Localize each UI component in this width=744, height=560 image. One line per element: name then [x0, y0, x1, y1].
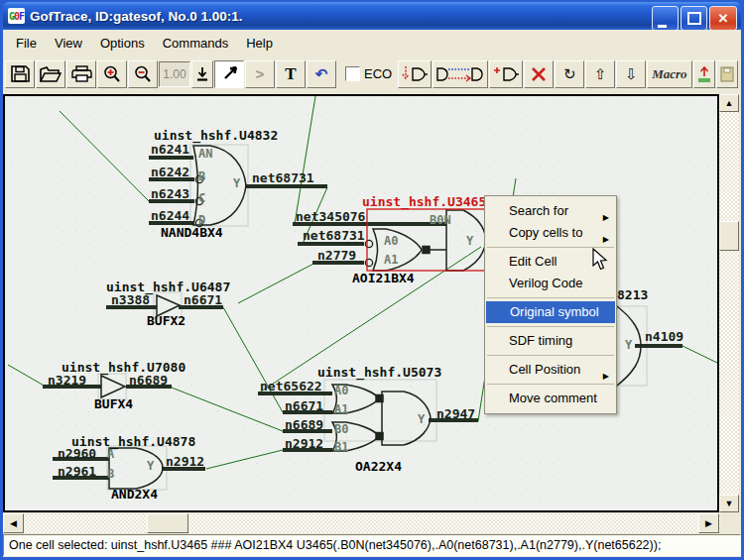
submenu-arrow-icon: ▶	[603, 366, 609, 388]
connect-gates-button[interactable]	[433, 60, 488, 88]
net-label-n6241[interactable]: n6241	[151, 143, 189, 156]
text-tool-icon: T	[285, 64, 296, 84]
menu-help[interactable]: Help	[237, 33, 282, 54]
pointer-tool-button[interactable]	[214, 60, 244, 88]
zoom-level-field[interactable]: 1.00	[159, 61, 190, 87]
horizontal-scrollbar[interactable]: ◀ ▶	[3, 513, 741, 533]
net-label-n6244[interactable]: n6244	[151, 209, 189, 222]
restore-button[interactable]	[693, 60, 715, 88]
net-label-n6242[interactable]: n6242	[151, 166, 189, 178]
horizontal-scroll-thumb[interactable]	[147, 513, 188, 533]
right-triangle-icon: ▶	[705, 518, 712, 528]
apply-zoom-button[interactable]	[191, 60, 213, 88]
save-session-button[interactable]	[716, 60, 738, 88]
undo-button[interactable]: ↶	[307, 60, 336, 88]
minimize-button[interactable]	[652, 6, 679, 31]
pin-label-A1-U5073: A1	[334, 403, 348, 415]
close-button[interactable]: ✕	[709, 6, 737, 31]
net-label-n2960[interactable]: n2960	[58, 447, 96, 460]
context-item-search-for[interactable]: Search for▶	[485, 200, 616, 222]
instance-label-U8213-partial[interactable]: 8213	[617, 288, 648, 301]
red-x-icon	[531, 66, 547, 82]
net-label-n2779[interactable]: n2779	[317, 249, 356, 262]
pin-label-A0-U3465: A0	[384, 235, 398, 247]
net-label-n3219[interactable]: n3219	[48, 374, 86, 387]
pin-label-A0-U5073: A0	[334, 385, 348, 396]
down-arrow-gate-icon	[402, 65, 428, 83]
net-label-n6689-out[interactable]: n6689	[129, 374, 168, 387]
context-item-cell-position[interactable]: Cell Position▶	[485, 359, 616, 381]
instance-label-U5073[interactable]: uinst_hshf.U5073	[317, 366, 441, 379]
move-down-button[interactable]: ⇩	[616, 60, 646, 88]
menu-options[interactable]: Options	[91, 33, 154, 54]
up-triangle-icon: ▲	[725, 98, 734, 108]
menu-separator	[487, 326, 614, 327]
pin-label-B0N: B0N	[430, 214, 451, 226]
context-item-original-symbol[interactable]: Original symbol	[486, 301, 615, 323]
zoom-out-button[interactable]	[128, 60, 158, 88]
context-item-copy-cells-to[interactable]: Copy cells to▶	[485, 222, 616, 244]
net-label-net68731-in[interactable]: net68731	[303, 229, 365, 242]
eco-label: ECO	[364, 66, 392, 81]
menu-commands[interactable]: Commands	[154, 33, 237, 54]
maximize-button[interactable]	[681, 6, 707, 31]
instance-label-U4832[interactable]: uinst_hshf.U4832	[154, 129, 278, 142]
app-icon: G0F	[8, 8, 25, 24]
delete-button[interactable]	[524, 60, 554, 88]
title-bar[interactable]: G0F GofTrace, ID:gatesof, No.0 1.00:1. ✕	[3, 2, 741, 30]
pin-label-Y-U8213: Y	[625, 339, 632, 351]
window-title: GofTrace, ID:gatesof, No.0 1.00:1.	[30, 9, 243, 24]
pin-label-B0-U5073: B0	[334, 423, 348, 435]
net-label-n2947[interactable]: n2947	[436, 407, 475, 420]
net-label-net65622[interactable]: net65622	[260, 380, 322, 392]
net-label-n2961[interactable]: n2961	[58, 465, 96, 478]
gate-U7080-bufx4[interactable]	[101, 376, 125, 397]
down-triangle-icon: ▼	[725, 499, 734, 508]
menu-file[interactable]: File	[7, 33, 46, 54]
net-label-n6689-in[interactable]: n6689	[285, 418, 323, 431]
context-item-move-comment[interactable]: Move comment	[485, 388, 616, 409]
trace-tool-button[interactable]: >	[245, 60, 275, 88]
context-item-verilog-code[interactable]: Verilog Code	[485, 273, 616, 294]
insert-gate-button[interactable]	[398, 60, 432, 88]
net-label-n2912-out[interactable]: n2912	[166, 455, 204, 468]
open-button[interactable]	[36, 60, 65, 88]
scroll-down-button[interactable]: ▼	[719, 495, 739, 512]
add-input-button[interactable]	[489, 60, 523, 88]
instance-label-U3465-selected[interactable]: uinst_hshf.U3465	[362, 195, 486, 208]
plus-gate-icon	[493, 65, 519, 83]
vertical-scrollbar[interactable]: ▲ ▼	[719, 94, 739, 512]
macro-button[interactable]: Macro	[647, 60, 691, 88]
gate-U4878-and2x4[interactable]	[109, 448, 163, 489]
net-label-net68731-out[interactable]: net68731	[252, 171, 314, 184]
net-label-n3388[interactable]: n3388	[111, 293, 150, 306]
mouse-cursor	[592, 248, 608, 276]
pin-label-Y-U4832: Y	[233, 177, 240, 189]
macro-label: Macro	[648, 66, 690, 82]
pin-label-AN: AN	[198, 148, 212, 160]
pin-label-Y-U4878: Y	[147, 460, 154, 472]
cell-label-AOI21BX4: AOI21BX4	[352, 272, 415, 284]
rotate-button[interactable]: ↻	[555, 60, 584, 88]
zoom-in-button[interactable]	[97, 60, 127, 88]
net-label-net345076[interactable]: net345076	[296, 210, 365, 223]
net-label-n4109[interactable]: n4109	[645, 330, 683, 343]
net-label-n6671-out[interactable]: n6671	[184, 293, 222, 306]
text-tool-button[interactable]: T	[276, 60, 306, 88]
context-item-sdf-timing[interactable]: SDF timing	[485, 330, 616, 352]
pin-label-B1-U5073: B1	[334, 441, 348, 453]
net-label-n2912-in[interactable]: n2912	[285, 437, 323, 450]
scroll-right-button[interactable]: ▶	[698, 513, 719, 533]
eco-checkbox[interactable]	[345, 66, 360, 81]
print-button[interactable]	[66, 60, 96, 88]
scroll-left-button[interactable]: ◀	[3, 513, 24, 533]
scroll-up-button[interactable]: ▲	[719, 94, 739, 112]
zoom-out-icon	[134, 65, 152, 83]
vertical-scroll-thumb[interactable]	[719, 221, 739, 251]
save-button[interactable]	[5, 60, 35, 88]
net-label-n6671-in[interactable]: n6671	[285, 399, 323, 412]
cell-label-NAND4BX4: NAND4BX4	[161, 226, 223, 239]
move-up-button[interactable]: ⇧	[585, 60, 615, 88]
menu-view[interactable]: View	[46, 33, 91, 54]
net-label-n6243[interactable]: n6243	[151, 187, 189, 200]
